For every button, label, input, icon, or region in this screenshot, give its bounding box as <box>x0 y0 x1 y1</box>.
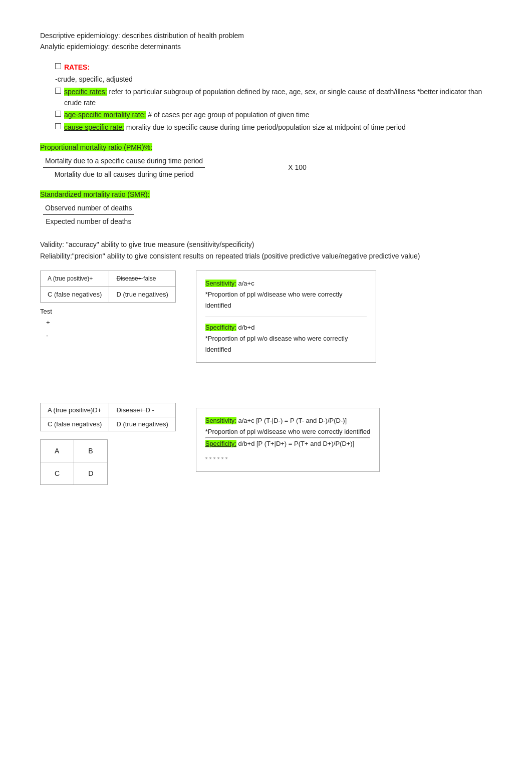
descriptive-line: Descriptive epidemiology: describes dist… <box>40 30 492 53</box>
sensitivity-block-1: Sensitivity: a/a+c *Proportion of ppl w/… <box>205 278 367 311</box>
info-box-2: Sensitivity: a/a+c [P (T-|D-) = P (T- an… <box>196 408 380 472</box>
sensitivity-formula-1: a/a+c <box>236 280 254 287</box>
smr-fraction: Observed number of deaths Expected numbe… <box>40 202 492 227</box>
specificity-prob-2: [P (T+|D+) = P(T+ and D+)/P(D+)] <box>254 440 354 447</box>
rates-section: RATES: -crude, specific, adjusted specif… <box>40 62 492 133</box>
pmr-numerator: Mortality due to a specific cause during… <box>43 155 205 168</box>
second-section: A (true positive)D+ Disease+ D - C (fals… <box>40 403 492 485</box>
specificity-formula-1: d/b+d <box>236 324 255 331</box>
test-plus: + <box>46 316 176 329</box>
rates-label: RATES: <box>64 62 90 73</box>
cell-c2-text: C (false negatives) <box>48 420 102 428</box>
left-col-1: A (true positive)+ Disease+ false C (fal… <box>40 271 176 342</box>
rates-sub: -crude, specific, adjusted <box>55 74 492 85</box>
second-table-section: A (true positive)D+ Disease+ D - C (fals… <box>40 403 492 485</box>
test-label: Test <box>40 308 176 315</box>
cell-c-abcd: C <box>41 462 74 484</box>
abcd-d: D <box>88 469 93 477</box>
pmr-label: Proportional mortality ratio (PMR)%: <box>40 143 152 151</box>
disease2-strikethrough: Disease+ <box>116 406 145 414</box>
cell-d-text: D (true negatives) <box>116 291 168 298</box>
smr-denominator: Expected number of deaths <box>44 215 133 227</box>
test-col-1: Test + - <box>40 308 176 342</box>
cell-c2: C (false negatives) <box>41 417 109 431</box>
cell-c: C (false negatives) <box>41 287 109 303</box>
smr-section: Standardized mortality ratio (SMR): Obse… <box>40 189 492 227</box>
reliability-line: Reliability:"precision" ability to give … <box>40 250 492 262</box>
cause-specific-line: cause specific rate: morality due to spe… <box>55 122 492 133</box>
specificity-block-2: Specificity: d/b+d [P (T+|D+) = P(T+ and… <box>205 438 371 464</box>
line-analytic: Analytic epidemiology: describe determin… <box>40 41 492 52</box>
specificity-block-1: Specificity: d/b+d *Proportion of ppl w/… <box>205 322 367 355</box>
line-descriptive: Descriptive epidemiology: describes dist… <box>40 30 492 41</box>
cell-a2: A (true positive)D+ <box>41 403 109 417</box>
specificity-formula-2: d/b+d <box>236 440 255 447</box>
sensitivity-label-1: Sensitivity: <box>205 280 236 287</box>
cell-c-text: C (false negatives) <box>48 291 102 298</box>
first-table-section: A (true positive)+ Disease+ false C (fal… <box>40 271 492 363</box>
specific-rates-text: refer to particular subgroup of populati… <box>64 88 482 107</box>
abcd-b: B <box>88 447 93 455</box>
specificity-label-2: Specificity: <box>205 440 236 447</box>
sensitivity-prob-2: [P (T-|D-) = P (T- and D-)/P(D-)] <box>254 417 347 424</box>
smr-label: Standardized mortality ratio (SMR): <box>40 190 150 198</box>
plus-minus: + - <box>46 316 176 342</box>
disease-table-1: A (true positive)+ Disease+ false C (fal… <box>40 271 176 303</box>
cell-b-abcd: B <box>74 439 108 462</box>
disease-table-2: A (true positive)D+ Disease+ D - C (fals… <box>40 403 176 431</box>
bullet-icon3 <box>55 111 61 117</box>
page-content: Descriptive epidemiology: describes dist… <box>40 30 492 485</box>
bullet-icon4 <box>55 123 61 129</box>
cell-a-abcd: A <box>41 439 74 462</box>
sensitivity-desc-2: *Proportion of ppl w/disease who were co… <box>205 426 371 437</box>
bottom-note: * * * * * * <box>205 454 371 464</box>
left-col-2: A (true positive)D+ Disease+ D - C (fals… <box>40 403 176 485</box>
rates-header-line: RATES: <box>55 62 492 73</box>
sensitivity-formula-2: a/a+c <box>236 417 254 424</box>
sensitivity-label-2: Sensitivity: <box>205 417 236 424</box>
specificity-desc-1: *Proportion of ppl w/o disease who were … <box>205 333 367 355</box>
specific-rates-line: specific rates: refer to particular subg… <box>55 86 492 109</box>
cell-a2-text: A (true positive)D+ <box>48 406 101 414</box>
cell-d: D (true negatives) <box>109 287 175 303</box>
pmr-section: Proportional mortality ratio (PMR)%: Mor… <box>40 142 492 180</box>
divider-1 <box>205 317 367 317</box>
age-specific-label: age-specific mortality rate: <box>64 111 146 119</box>
disease-plus: Disease+ <box>116 275 141 282</box>
cell-a-text: A (true positive)+ <box>48 275 93 282</box>
pmr-x100: X 100 <box>288 162 307 173</box>
bullet-icon2 <box>55 88 61 94</box>
abcd-table: A B C D <box>40 439 108 485</box>
test-minus: - <box>46 329 176 342</box>
validity-section: Validity: "accuracy" ability to give tru… <box>40 239 492 262</box>
smr-numerator: Observed number of deaths <box>43 202 134 215</box>
validity-line: Validity: "accuracy" ability to give tru… <box>40 239 492 250</box>
cell-d2-text: D (true negatives) <box>116 420 168 428</box>
cell-disease2-header: Disease+ D - <box>109 403 175 417</box>
abcd-a: A <box>55 447 59 455</box>
smr-fraction-block: Observed number of deaths Expected numbe… <box>43 202 134 227</box>
age-specific-line: age-specific mortality rate: # of cases … <box>55 109 492 120</box>
cause-specific-label: cause specific rate: <box>64 123 124 131</box>
cell-a: A (true positive)+ <box>41 271 109 287</box>
disease-strikethrough: Disease+ <box>116 275 143 282</box>
cell-disease-header: Disease+ false <box>109 271 175 287</box>
specific-rates-label: specific rates: <box>64 88 107 96</box>
pmr-denominator: Mortality due to all causes during time … <box>53 168 196 180</box>
bullet-icon <box>55 63 61 69</box>
sensitivity-block-2: Sensitivity: a/a+c [P (T-|D-) = P (T- an… <box>205 415 371 437</box>
age-specific-text: # of cases per age group of population o… <box>146 111 309 119</box>
disease2-minus: D - <box>146 406 154 414</box>
pmr-fraction-block: Mortality due to a specific cause during… <box>43 155 205 180</box>
disease-false: false <box>143 275 156 282</box>
cell-d2: D (true negatives) <box>109 417 175 431</box>
info-box-1: Sensitivity: a/a+c *Proportion of ppl w/… <box>196 271 376 363</box>
specificity-label-1: Specificity: <box>205 324 236 331</box>
cause-specific-text: morality due to specific cause during ti… <box>124 123 406 131</box>
sensitivity-desc-1: *Proportion of ppl w/disease who were co… <box>205 289 367 311</box>
cell-d-abcd: D <box>74 462 108 484</box>
pmr-fraction: Mortality due to a specific cause during… <box>40 155 492 180</box>
disease2-plus: Disease+ <box>116 406 144 414</box>
abcd-c: C <box>55 469 60 477</box>
